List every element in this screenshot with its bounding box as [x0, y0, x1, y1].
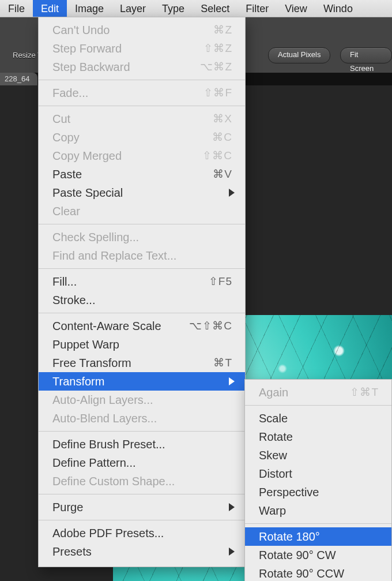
- menu-item-label: Presets: [52, 545, 92, 558]
- menu-item-label: Warp: [259, 504, 286, 517]
- submenu-arrow-icon: [229, 377, 235, 385]
- edit-adobe-pdf-presets[interactable]: Adobe PDF Presets...: [39, 524, 245, 542]
- menu-item-label: Rotate 90° CW: [259, 549, 336, 561]
- edit-content-aware-scale[interactable]: Content-Aware Scale⌥⇧⌘C: [39, 317, 245, 335]
- menu-windo[interactable]: Windo: [315, 0, 361, 17]
- menu-item-shortcut: ⇧⌘Z: [203, 39, 232, 58]
- transform-scale[interactable]: Scale: [245, 409, 391, 428]
- menu-item-label: Define Pattern...: [52, 456, 136, 469]
- menu-file[interactable]: File: [0, 0, 33, 17]
- edit-free-transform[interactable]: Free Transform⌘T: [39, 354, 245, 372]
- transform-rotate[interactable]: Rotate: [245, 428, 391, 446]
- edit-separator: [39, 106, 245, 106]
- edit-define-pattern[interactable]: Define Pattern...: [39, 453, 245, 472]
- transform-rotate-90-ccw[interactable]: Rotate 90° CCW: [245, 564, 391, 581]
- menu-item-label: Fade...: [52, 87, 88, 99]
- menu-item-label: Adobe PDF Presets...: [52, 527, 164, 539]
- menu-image[interactable]: Image: [67, 0, 112, 17]
- menu-item-label: Fill...: [52, 275, 77, 288]
- edit-copy: Copy⌘C: [39, 128, 245, 147]
- edit-separator: [39, 268, 245, 269]
- edit-fade: Fade...⇧⌘F: [39, 84, 245, 102]
- edit-separator: [39, 520, 245, 520]
- menu-item-label: Copy Merged: [52, 149, 122, 162]
- menu-item-label: Step Forward: [52, 42, 122, 55]
- menu-item-label: Stroke...: [52, 294, 95, 306]
- menu-item-label: Define Brush Preset...: [52, 438, 165, 451]
- edit-purge[interactable]: Purge: [39, 498, 245, 516]
- edit-separator: [39, 431, 245, 432]
- edit-paste[interactable]: Paste⌘V: [39, 165, 245, 183]
- menu-item-label: Purge: [52, 501, 83, 513]
- actual-pixels-button[interactable]: Actual Pixels: [268, 47, 330, 63]
- edit-define-custom-shape: Define Custom Shape...: [39, 472, 245, 490]
- transform-separator: [245, 405, 391, 406]
- transform-rotate-180[interactable]: Rotate 180°: [245, 527, 391, 546]
- submenu-arrow-icon: [229, 503, 235, 511]
- menu-item-label: Paste Special: [52, 186, 123, 199]
- transform-again: Again⇧⌘T: [245, 383, 391, 402]
- menu-item-label: Again: [259, 386, 288, 399]
- edit-copy-merged: Copy Merged⇧⌘C: [39, 147, 245, 165]
- edit-separator: [39, 313, 245, 313]
- menu-item-label: Find and Replace Text...: [52, 249, 176, 262]
- edit-clear: Clear: [39, 202, 245, 220]
- menu-item-shortcut: ⌘C: [212, 128, 232, 147]
- menu-type[interactable]: Type: [154, 0, 193, 17]
- edit-can-t-undo: Can't Undo⌘Z: [39, 21, 245, 39]
- transform-distort[interactable]: Distort: [245, 464, 391, 483]
- edit-stroke[interactable]: Stroke...: [39, 291, 245, 309]
- edit-check-spelling: Check Spelling...: [39, 228, 245, 246]
- edit-step-backward: Step Backward⌥⌘Z: [39, 58, 245, 76]
- transform-skew[interactable]: Skew: [245, 446, 391, 464]
- menu-item-label: Paste: [52, 168, 82, 181]
- menu-item-label: Copy: [52, 131, 80, 144]
- edit-find-and-replace-text: Find and Replace Text...: [39, 246, 245, 265]
- edit-step-forward: Step Forward⇧⌘Z: [39, 39, 245, 58]
- menu-item-shortcut: ⌥⇧⌘C: [189, 317, 232, 335]
- menu-edit[interactable]: Edit: [33, 0, 67, 17]
- transform-rotate-90-cw[interactable]: Rotate 90° CW: [245, 546, 391, 564]
- menu-item-shortcut: ⌘X: [213, 110, 232, 128]
- edit-auto-blend-layers: Auto-Blend Layers...: [39, 409, 245, 428]
- transform-perspective[interactable]: Perspective: [245, 483, 391, 501]
- menu-item-label: Free Transform: [52, 357, 131, 369]
- submenu-arrow-icon: [229, 189, 235, 197]
- edit-fill[interactable]: Fill...⇧F5: [39, 272, 245, 291]
- menu-item-label: Rotate: [259, 430, 293, 443]
- edit-puppet-warp[interactable]: Puppet Warp: [39, 335, 245, 354]
- menu-item-label: Rotate 90° CCW: [259, 567, 344, 580]
- menu-item-label: Auto-Align Layers...: [52, 393, 153, 406]
- menu-item-shortcut: ⌘V: [213, 165, 232, 183]
- menu-item-shortcut: ⇧⌘F: [203, 84, 232, 102]
- menu-item-shortcut: ⌘Z: [213, 21, 232, 39]
- menu-bar: FileEditImageLayerTypeSelectFilterViewWi…: [0, 0, 392, 17]
- edit-paste-special[interactable]: Paste Special: [39, 183, 245, 202]
- edit-separator: [39, 80, 245, 80]
- edit-auto-align-layers: Auto-Align Layers...: [39, 391, 245, 409]
- edit-presets[interactable]: Presets: [39, 542, 245, 561]
- edit-define-brush-preset[interactable]: Define Brush Preset...: [39, 435, 245, 453]
- menu-item-shortcut: ⇧⌘T: [350, 383, 379, 402]
- menu-layer[interactable]: Layer: [112, 0, 154, 17]
- menu-item-label: Content-Aware Scale: [52, 320, 161, 332]
- menu-view[interactable]: View: [277, 0, 315, 17]
- menu-filter[interactable]: Filter: [238, 0, 277, 17]
- menu-item-label: Define Custom Shape...: [52, 475, 175, 488]
- menu-item-shortcut: ⌥⌘Z: [200, 58, 232, 76]
- transform-separator: [245, 523, 391, 524]
- menu-item-label: Skew: [259, 449, 287, 462]
- edit-menu: Can't Undo⌘ZStep Forward⇧⌘ZStep Backward…: [38, 17, 246, 567]
- document-tab[interactable]: 228_64: [0, 73, 37, 85]
- menu-item-shortcut: ⇧⌘C: [202, 147, 232, 165]
- menu-item-label: Perspective: [259, 486, 319, 498]
- fit-screen-button[interactable]: Fit Screen: [340, 47, 392, 63]
- menu-item-label: Distort: [259, 467, 292, 480]
- menu-item-label: Clear: [52, 205, 80, 218]
- menu-item-shortcut: ⌘T: [213, 354, 232, 372]
- edit-transform[interactable]: Transform: [39, 372, 245, 391]
- submenu-arrow-icon: [229, 548, 235, 556]
- edit-separator: [39, 494, 245, 494]
- transform-warp[interactable]: Warp: [245, 501, 391, 520]
- menu-select[interactable]: Select: [193, 0, 238, 17]
